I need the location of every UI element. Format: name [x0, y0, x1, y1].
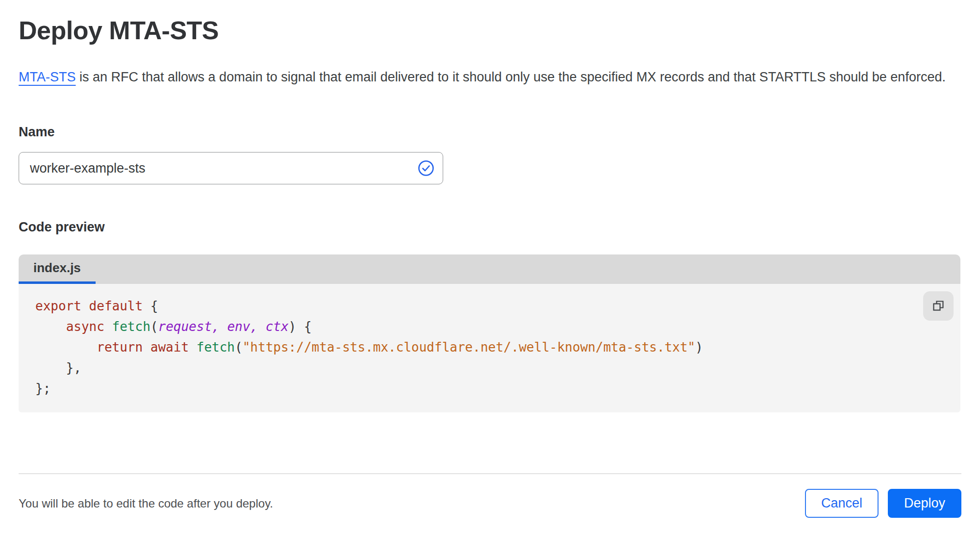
deploy-mta-sts-page: Deploy MTA-STS MTA-STS is an RFC that al… — [0, 16, 980, 518]
footer-note: You will be able to edit the code after … — [19, 497, 273, 510]
code-content: export default { async fetch(request, en… — [35, 296, 921, 399]
mta-sts-link[interactable]: MTA-STS — [19, 70, 76, 84]
footer-actions: Cancel Deploy — [805, 489, 961, 518]
tab-index-js[interactable]: index.js — [19, 254, 96, 284]
code-preview-label: Code preview — [19, 220, 961, 235]
name-input-wrap — [19, 152, 443, 184]
copy-code-button[interactable] — [923, 291, 954, 321]
description-text: is an RFC that allows a domain to signal… — [76, 70, 946, 84]
name-label: Name — [19, 125, 961, 140]
code-tab-bar: index.js — [19, 254, 960, 284]
cancel-button[interactable]: Cancel — [805, 489, 879, 518]
page-description: MTA-STS is an RFC that allows a domain t… — [19, 66, 955, 88]
deploy-button[interactable]: Deploy — [888, 489, 961, 518]
check-circle-icon — [418, 160, 434, 177]
footer-divider — [19, 473, 961, 474]
name-input[interactable] — [19, 152, 443, 184]
copy-icon — [931, 299, 945, 313]
page-title: Deploy MTA-STS — [19, 16, 961, 45]
code-editor-area: export default { async fetch(request, en… — [19, 284, 960, 412]
footer: You will be able to edit the code after … — [19, 489, 961, 518]
code-preview-block: index.js export default { async fetch(re… — [19, 254, 960, 412]
